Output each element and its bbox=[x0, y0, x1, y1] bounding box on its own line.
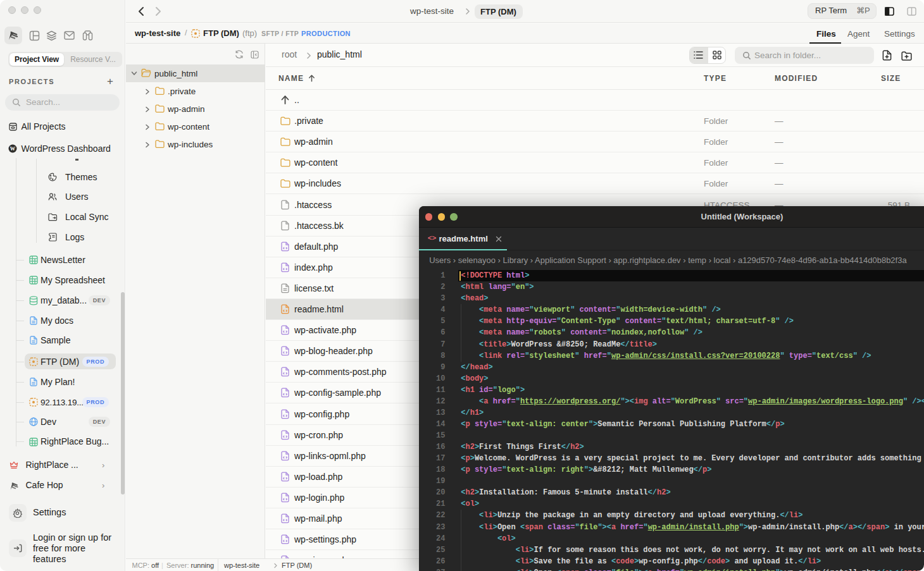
svg-text:W: W bbox=[10, 146, 16, 152]
